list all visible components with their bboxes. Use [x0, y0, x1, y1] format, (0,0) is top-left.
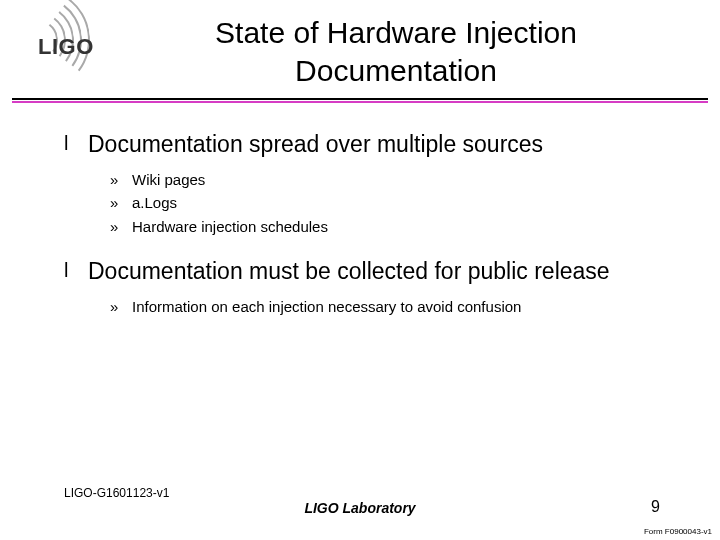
ligo-logo: LIGO	[8, 10, 108, 80]
title-line-2: Documentation	[295, 54, 497, 87]
footer-org: LIGO Laboratory	[0, 500, 720, 516]
footer-page-number: 9	[651, 498, 660, 516]
sub-marker: »	[110, 193, 132, 213]
footer-form-id: Form F0900043-v1	[644, 527, 712, 536]
bullet-text: Documentation must be collected for publ…	[88, 256, 610, 287]
sub-item: » Wiki pages	[110, 170, 680, 190]
sub-item: » Information on each injection necessar…	[110, 297, 680, 317]
sub-marker: »	[110, 170, 132, 190]
sub-list: » Wiki pages » a.Logs » Hardware injecti…	[64, 166, 680, 256]
sub-item: » a.Logs	[110, 193, 680, 213]
sub-text: a.Logs	[132, 193, 177, 213]
sub-marker: »	[110, 297, 132, 317]
sub-text: Hardware injection schedules	[132, 217, 328, 237]
bullet-marker: l	[64, 256, 88, 287]
sub-marker: »	[110, 217, 132, 237]
bullet-marker: l	[64, 129, 88, 160]
title-line-1: State of Hardware Injection	[215, 16, 577, 49]
bullet-item: l Documentation spread over multiple sou…	[64, 129, 680, 160]
slide-content: l Documentation spread over multiple sou…	[0, 103, 720, 336]
sub-item: » Hardware injection schedules	[110, 217, 680, 237]
bullet-text: Documentation spread over multiple sourc…	[88, 129, 543, 160]
footer-docnum: LIGO-G1601123-v1	[64, 486, 169, 500]
sub-text: Wiki pages	[132, 170, 205, 190]
sub-list: » Information on each injection necessar…	[64, 293, 680, 336]
slide-title: State of Hardware Injection Documentatio…	[108, 8, 704, 89]
bullet-item: l Documentation must be collected for pu…	[64, 256, 680, 287]
slide-header: LIGO State of Hardware Injection Documen…	[0, 0, 720, 98]
logo-text: LIGO	[38, 34, 94, 60]
sub-text: Information on each injection necessary …	[132, 297, 521, 317]
